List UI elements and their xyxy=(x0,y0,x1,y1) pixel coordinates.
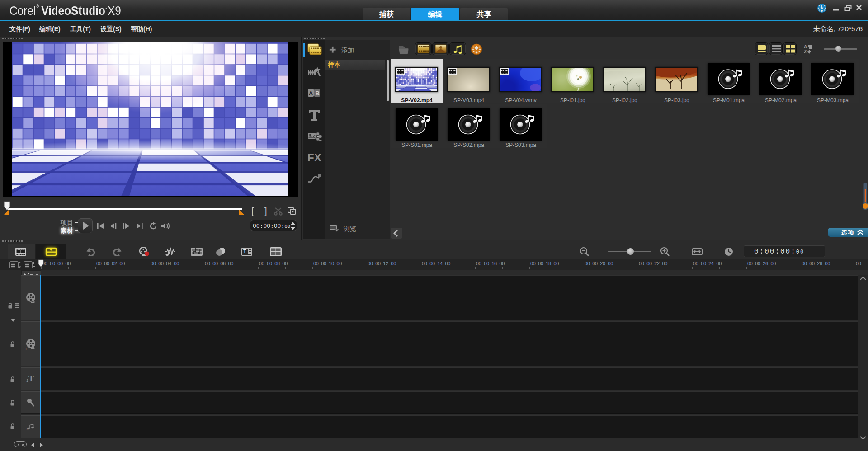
svg-text:Z: Z xyxy=(804,49,807,54)
svg-text:B: B xyxy=(316,90,320,97)
svg-text:T: T xyxy=(28,374,34,383)
svg-text:1: 1 xyxy=(26,378,28,383)
svg-text:A: A xyxy=(804,44,807,49)
svg-text:1: 1 xyxy=(25,347,27,351)
svg-text:A: A xyxy=(309,90,313,97)
svg-text:FX: FX xyxy=(307,152,321,164)
svg-text:1: 1 xyxy=(26,427,28,431)
